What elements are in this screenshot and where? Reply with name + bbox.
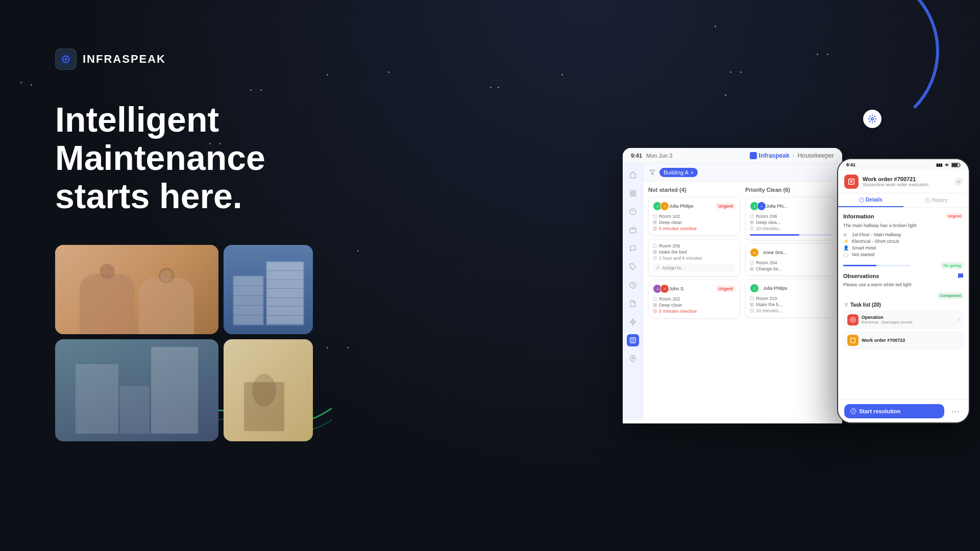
card-room: Room 204 bbox=[750, 260, 832, 265]
svg-point-70 bbox=[852, 319, 854, 320]
svg-rect-20 bbox=[653, 215, 656, 218]
card-task: Change be... bbox=[750, 266, 832, 271]
card-time: 5 minutes overdue bbox=[653, 226, 736, 231]
svg-point-0 bbox=[871, 118, 874, 120]
sidebar-icon-grid[interactable] bbox=[627, 187, 639, 199]
task-orange-icon bbox=[847, 335, 859, 346]
kanban-card[interactable]: J + John S. Urgent Room 20 bbox=[648, 280, 740, 318]
card-room: Room 202 bbox=[653, 296, 736, 302]
svg-rect-30 bbox=[655, 253, 656, 254]
user-icon: 👤 bbox=[843, 245, 849, 251]
brand-name: INFRASPEAK bbox=[83, 53, 166, 66]
status-row: On going bbox=[843, 262, 964, 269]
sidebar-icon-kanban[interactable] bbox=[627, 334, 639, 346]
information-description: The main hallway has a broken light bbox=[843, 222, 964, 229]
information-fields: ⊞ 1st Floor - Main Hallway ⚡ Electrical … bbox=[843, 232, 964, 257]
chevron-right-icon: › bbox=[958, 317, 960, 322]
urgent-badge: Urgent bbox=[945, 213, 964, 219]
work-order-icon bbox=[844, 174, 859, 189]
card-info: Room 204 Change be... bbox=[750, 260, 832, 271]
electrical-value: Electrical - Short circuit bbox=[852, 239, 899, 244]
start-resolution-label: Start resolution bbox=[859, 408, 900, 414]
task-list-title: Task list (20) bbox=[850, 302, 964, 308]
svg-rect-39 bbox=[750, 215, 753, 218]
desktop-nav-section: Housekeeper bbox=[798, 152, 834, 159]
task-item-next[interactable]: Work order #700722 bbox=[843, 331, 964, 349]
svg-rect-41 bbox=[752, 221, 753, 222]
svg-rect-43 bbox=[752, 223, 753, 224]
svg-rect-4 bbox=[630, 191, 632, 193]
mobile-body: Information Urgent The main hallway has … bbox=[838, 208, 969, 359]
sidebar-icon-home[interactable] bbox=[627, 169, 639, 181]
desktop-nav-brand: Infraspeak bbox=[750, 152, 790, 159]
svg-rect-45 bbox=[750, 261, 753, 264]
work-order-info: Work order #700721 Streamline work order… bbox=[863, 176, 950, 187]
card-assignee: J + Julia Philips bbox=[653, 202, 694, 211]
desktop-app-body: Building A × Not started (4) bbox=[623, 164, 842, 420]
sidebar-icon-lightning[interactable] bbox=[627, 316, 639, 328]
card-room: Room 102 bbox=[653, 214, 736, 219]
sidebar-icon-info[interactable] bbox=[627, 206, 639, 218]
kanban-col-header-not-started: Not started (4) bbox=[648, 187, 740, 193]
svg-rect-71 bbox=[851, 338, 855, 342]
status-value: Not started bbox=[852, 252, 874, 257]
mobile-time: 9:41 bbox=[846, 162, 855, 167]
svg-rect-35 bbox=[655, 304, 656, 305]
sidebar-icon-report[interactable] bbox=[627, 297, 639, 310]
user-value: Smart Hotel bbox=[852, 245, 876, 251]
kanban-card[interactable]: Room 206 Make the bed 1 hour and 6 minut… bbox=[648, 239, 740, 277]
info-field-user: 👤 Smart Hotel bbox=[843, 245, 964, 251]
svg-rect-58 bbox=[960, 164, 961, 166]
tab-history-label: History bbox=[932, 197, 947, 203]
svg-rect-21 bbox=[653, 221, 654, 222]
tab-details[interactable]: Details bbox=[838, 193, 903, 207]
desktop-sidebar bbox=[623, 164, 643, 420]
status-icon: ◯ bbox=[843, 252, 849, 257]
sidebar-icon-clock[interactable] bbox=[627, 279, 639, 291]
start-resolution-button[interactable]: Start resolution bbox=[844, 404, 944, 418]
tab-history[interactable]: History bbox=[903, 193, 969, 207]
sidebar-icon-box[interactable] bbox=[627, 224, 639, 236]
svg-point-18 bbox=[632, 357, 634, 359]
assignee-name: Julia Phi... bbox=[766, 204, 788, 209]
info-field-location: ⊞ 1st Floor - Main Hallway bbox=[843, 232, 964, 237]
card-assignee: J + John S. bbox=[653, 284, 685, 293]
card-task: Deep clea... bbox=[750, 220, 832, 225]
desktop-app-header: 9:41 Mon Jun 3 Infraspeak › Housekeeper bbox=[623, 148, 842, 164]
svg-rect-36 bbox=[653, 306, 654, 307]
observations-section: Observations Please use a warm white led… bbox=[843, 273, 964, 287]
filter-chip-building[interactable]: Building A × bbox=[659, 168, 698, 177]
sidebar-icon-tag[interactable] bbox=[627, 261, 639, 273]
svg-rect-23 bbox=[653, 223, 654, 224]
svg-rect-29 bbox=[653, 253, 654, 254]
card-task: Deep clean bbox=[653, 303, 736, 308]
card-task: Make the b... bbox=[750, 302, 832, 307]
card-assignee: J Julia Philips bbox=[750, 284, 788, 293]
card-info: Room 102 Deep clean 5 minutes overdue bbox=[653, 214, 736, 231]
svg-rect-5 bbox=[633, 191, 635, 193]
task-operation-icon bbox=[847, 314, 859, 325]
more-options-button[interactable]: ⋯ bbox=[948, 404, 963, 418]
avatar: J bbox=[750, 284, 759, 293]
observations-text: Please use a warm white led light bbox=[843, 282, 964, 287]
desktop-time: 9:41 bbox=[631, 153, 642, 159]
sidebar-icon-location[interactable] bbox=[627, 353, 639, 365]
kanban-card[interactable]: J Julia Philips Room 210 bbox=[745, 279, 837, 318]
task-category: Operation bbox=[862, 315, 955, 320]
status-badge: Urgent bbox=[716, 285, 736, 292]
assign-button[interactable]: Assign to... bbox=[653, 264, 736, 272]
kanban-card[interactable]: J + Julia Phi... Room 206 bbox=[745, 197, 837, 240]
desktop-date: Mon Jun 3 bbox=[646, 153, 672, 159]
sidebar-icon-chat[interactable] bbox=[627, 242, 639, 255]
kanban-col-header-priority: Priority Clean (6) bbox=[745, 187, 837, 193]
filter-chip-label: Building A bbox=[664, 169, 689, 176]
work-order-title: Work order #700721 bbox=[863, 176, 950, 182]
kanban-card[interactable]: A Anne Smi... Room 204 bbox=[745, 243, 837, 276]
assignee-name: Julia Philips bbox=[669, 204, 694, 209]
task-item[interactable]: Operation Electrical - Damaged socket › bbox=[843, 311, 964, 329]
headline: Intelligent Maintenance starts here. bbox=[55, 101, 265, 215]
close-button[interactable]: × bbox=[954, 178, 963, 186]
kanban-card[interactable]: J + Julia Philips Urgent R bbox=[648, 197, 740, 236]
status-badge: Urgent bbox=[716, 203, 736, 210]
svg-rect-15 bbox=[630, 338, 635, 343]
